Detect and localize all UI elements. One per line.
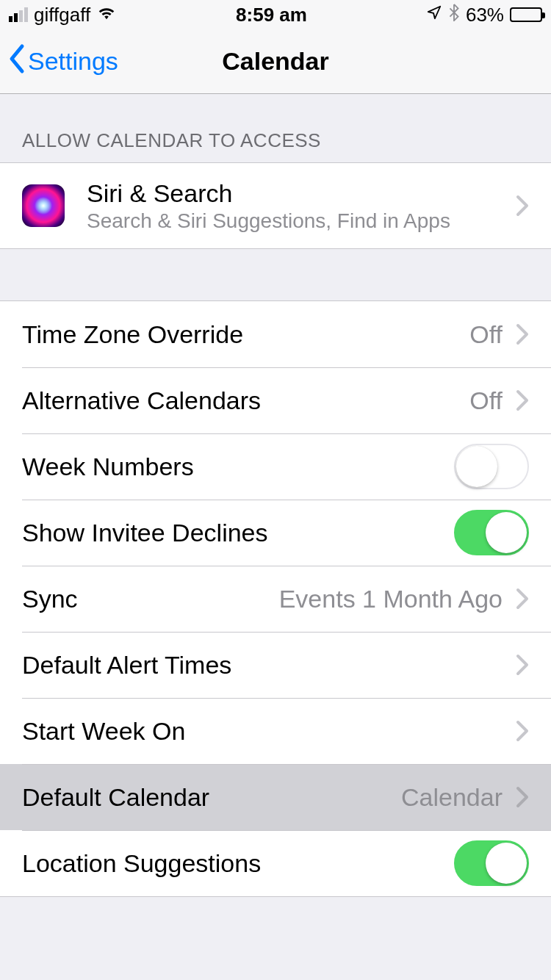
chevron-right-icon <box>516 588 529 610</box>
row-time-zone-override[interactable]: Time Zone Override Off <box>0 301 551 367</box>
row-label: Show Invitee Declines <box>22 518 454 548</box>
location-icon <box>426 4 442 25</box>
row-label: Alternative Calendars <box>22 386 469 416</box>
row-value: Off <box>469 320 503 349</box>
row-default-alert-times[interactable]: Default Alert Times <box>0 632 551 698</box>
toggle-location-suggestions[interactable] <box>454 840 529 886</box>
row-subtitle: Search & Siri Suggestions, Find in Apps <box>87 209 516 233</box>
status-time: 8:59 am <box>236 4 307 26</box>
bluetooth-icon <box>448 4 460 26</box>
row-value: Events 1 Month Ago <box>279 585 503 613</box>
row-label: Location Suggestions <box>22 849 454 879</box>
toggle-invitee-declines[interactable] <box>454 510 529 555</box>
list-group-siri: Siri & Search Search & Siri Suggestions,… <box>0 162 551 249</box>
spacer <box>0 249 551 300</box>
status-bar: giffgaff 8:59 am 63% <box>0 0 551 29</box>
page-title: Calendar <box>222 47 329 76</box>
row-label: Time Zone Override <box>22 320 469 350</box>
chevron-right-icon <box>516 389 529 411</box>
siri-icon <box>22 184 65 227</box>
chevron-right-icon <box>516 195 529 217</box>
status-right: 63% <box>426 4 542 26</box>
battery-icon <box>510 7 542 22</box>
row-week-numbers[interactable]: Week Numbers <box>0 433 551 500</box>
toggle-week-numbers[interactable] <box>454 444 529 489</box>
carrier-label: giffgaff <box>34 4 90 26</box>
row-siri-search[interactable]: Siri & Search Search & Siri Suggestions,… <box>0 163 551 248</box>
chevron-right-icon <box>516 720 529 742</box>
chevron-left-icon <box>7 43 25 80</box>
row-show-invitee-declines[interactable]: Show Invitee Declines <box>0 500 551 566</box>
nav-bar: Settings Calendar <box>0 29 551 94</box>
wifi-icon <box>96 4 117 25</box>
row-label: Week Numbers <box>22 452 454 482</box>
row-sync[interactable]: Sync Events 1 Month Ago <box>0 566 551 632</box>
cell-signal-icon <box>9 7 28 22</box>
row-title: Siri & Search <box>87 179 516 209</box>
row-label: Start Week On <box>22 716 516 746</box>
back-label: Settings <box>28 47 118 76</box>
row-default-calendar[interactable]: Default Calendar Calendar <box>0 764 551 830</box>
section-header-access: ALLOW CALENDAR TO ACCESS <box>0 94 551 162</box>
row-start-week-on[interactable]: Start Week On <box>0 698 551 764</box>
battery-percentage: 63% <box>466 4 504 26</box>
chevron-right-icon <box>516 654 529 676</box>
row-label: Default Alert Times <box>22 650 516 680</box>
back-button[interactable]: Settings <box>7 43 118 80</box>
row-location-suggestions[interactable]: Location Suggestions <box>0 830 551 896</box>
row-text: Siri & Search Search & Siri Suggestions,… <box>87 179 516 234</box>
chevron-right-icon <box>516 786 529 808</box>
row-value: Off <box>469 386 503 415</box>
row-label: Sync <box>22 584 279 614</box>
row-alternative-calendars[interactable]: Alternative Calendars Off <box>0 367 551 433</box>
row-label: Default Calendar <box>22 782 401 813</box>
list-group-main: Time Zone Override Off Alternative Calen… <box>0 300 551 897</box>
chevron-right-icon <box>516 323 529 345</box>
status-left: giffgaff <box>9 4 117 26</box>
row-value: Calendar <box>401 783 503 812</box>
